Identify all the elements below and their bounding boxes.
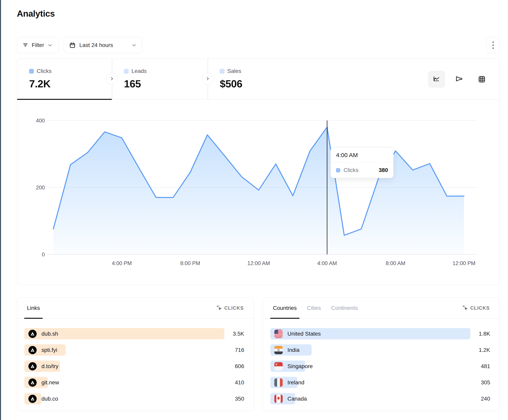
link-value: 350	[235, 396, 244, 402]
filter-button-label: Filter	[32, 42, 44, 48]
x-axis-tick: 4:00 AM	[307, 260, 347, 267]
area-chart-canvas	[17, 100, 500, 285]
link-value: 410	[235, 379, 244, 386]
filter-lines-icon	[22, 42, 29, 48]
stat-expand-button[interactable]	[106, 73, 118, 84]
tooltip-series-label: Clicks	[344, 167, 359, 173]
tab-links[interactable]: Links	[27, 297, 40, 318]
stat-clicks-value: 7.2K	[29, 78, 52, 90]
chart-tooltip: 4:00 AM Clicks 380	[330, 147, 394, 178]
country-row[interactable]: Canada240	[270, 393, 490, 404]
table-view-button[interactable]	[473, 71, 490, 87]
funnel-chart-view-button[interactable]	[451, 71, 468, 87]
x-axis-tick: 12:00 PM	[444, 260, 484, 267]
stats-row: Clicks 7.2K Leads 165	[17, 59, 500, 100]
flag-icon-in	[274, 346, 283, 354]
countries-metric-label: CLICKS	[470, 305, 490, 311]
links-panel: Links CLICKS dub.sh3.5Kspti.fyi716d.to/t…	[17, 297, 254, 411]
countries-metric-toggle[interactable]: CLICKS	[462, 305, 490, 311]
funnel-chart-icon	[455, 75, 463, 83]
stat-leads[interactable]: Leads 165	[112, 59, 208, 100]
country-value: 1.2K	[479, 347, 490, 353]
dub-logo-avatar	[28, 330, 37, 338]
line-chart-icon	[433, 75, 441, 83]
stat-sales-label: Sales	[227, 68, 241, 74]
link-row[interactable]: spti.fyi716	[24, 344, 244, 356]
dub-logo-avatar	[28, 378, 37, 387]
line-chart-view-button[interactable]	[428, 71, 445, 87]
link-row[interactable]: d.to/try606	[24, 361, 244, 372]
link-value: 716	[235, 347, 244, 353]
cursor-click-icon	[217, 305, 222, 311]
chevron-right-icon	[110, 76, 114, 81]
country-value: 305	[481, 379, 490, 386]
clicks-legend-swatch	[29, 69, 34, 73]
link-label: spti.fyi	[41, 347, 57, 353]
stat-leads-label: Leads	[132, 68, 147, 74]
x-axis-tick: 12:00 AM	[239, 260, 278, 267]
kebab-menu-icon	[493, 42, 494, 43]
country-label: United States	[287, 331, 321, 337]
date-range-label: Last 24 hours	[79, 42, 113, 48]
country-row[interactable]: Ireland305	[270, 377, 490, 388]
more-options-button[interactable]	[486, 37, 500, 53]
links-metric-label: CLICKS	[224, 305, 244, 311]
links-metric-toggle[interactable]: CLICKS	[217, 305, 244, 311]
stat-clicks[interactable]: Clicks 7.2K	[17, 59, 112, 100]
x-axis-tick: 8:00 PM	[170, 260, 210, 267]
tooltip-value: 380	[379, 167, 388, 173]
chevron-down-icon	[47, 42, 53, 48]
country-row[interactable]: India1.2K	[270, 344, 490, 356]
stat-sales[interactable]: Sales $506	[208, 59, 311, 100]
dub-logo-avatar	[28, 395, 37, 403]
flag-icon-us	[274, 330, 283, 338]
country-value: 481	[481, 363, 490, 369]
chevron-down-icon	[131, 42, 137, 48]
table-grid-icon	[478, 75, 486, 83]
stat-expand-button[interactable]	[202, 73, 213, 84]
country-value: 240	[481, 396, 490, 402]
country-row[interactable]: United States1.8K	[270, 328, 490, 339]
link-value: 3.5K	[233, 331, 244, 337]
flag-icon-ca	[274, 395, 283, 403]
x-axis-tick: 4:00 PM	[102, 260, 142, 267]
page-title: Analytics	[17, 9, 55, 19]
link-value: 606	[235, 363, 244, 369]
sales-legend-swatch	[220, 69, 224, 73]
dub-logo-avatar	[28, 362, 37, 370]
clicks-time-series-chart: 400 200 0 4:00 PM8:00 PM12:00 AM4:00 AM8…	[17, 100, 500, 285]
link-row[interactable]: dub.sh3.5K	[24, 328, 244, 339]
link-row[interactable]: dub.co350	[24, 393, 244, 404]
filter-button[interactable]: Filter	[17, 37, 59, 53]
calendar-icon	[69, 42, 76, 49]
stat-sales-value: $506	[220, 78, 242, 90]
link-label: dub.co	[41, 396, 58, 402]
country-row[interactable]: Singapore481	[270, 361, 490, 372]
link-label: git.new	[41, 379, 59, 386]
area-fill	[53, 127, 464, 254]
chart-view-toggles	[428, 59, 490, 100]
leads-legend-swatch	[124, 69, 128, 73]
country-label: Ireland	[287, 379, 305, 386]
link-label: d.to/try	[41, 363, 59, 369]
country-label: India	[287, 347, 299, 353]
country-value: 1.8K	[479, 331, 490, 337]
date-range-button[interactable]: Last 24 hours	[64, 37, 142, 53]
stat-leads-value: 165	[124, 78, 147, 90]
link-label: dub.sh	[41, 331, 58, 337]
analytics-card: Clicks 7.2K Leads 165	[17, 59, 500, 285]
tab-countries[interactable]: Countries	[273, 297, 297, 318]
countries-panel: Countries Cities Continents CLICKS Unite…	[263, 297, 500, 411]
link-row[interactable]: git.new410	[24, 377, 244, 388]
flag-icon-ie	[274, 378, 283, 387]
tab-continents[interactable]: Continents	[331, 297, 358, 318]
countries-rows: United States1.8KIndia1.2KSingapore481Ir…	[270, 328, 490, 409]
cursor-click-icon	[462, 305, 468, 311]
dub-logo-avatar	[28, 346, 37, 354]
window-edge-strip	[0, 0, 1, 420]
country-label: Singapore	[287, 363, 313, 369]
chevron-right-icon	[206, 76, 210, 81]
country-label: Canada	[287, 396, 307, 402]
tooltip-series-swatch	[336, 168, 340, 172]
tab-cities[interactable]: Cities	[307, 297, 321, 318]
